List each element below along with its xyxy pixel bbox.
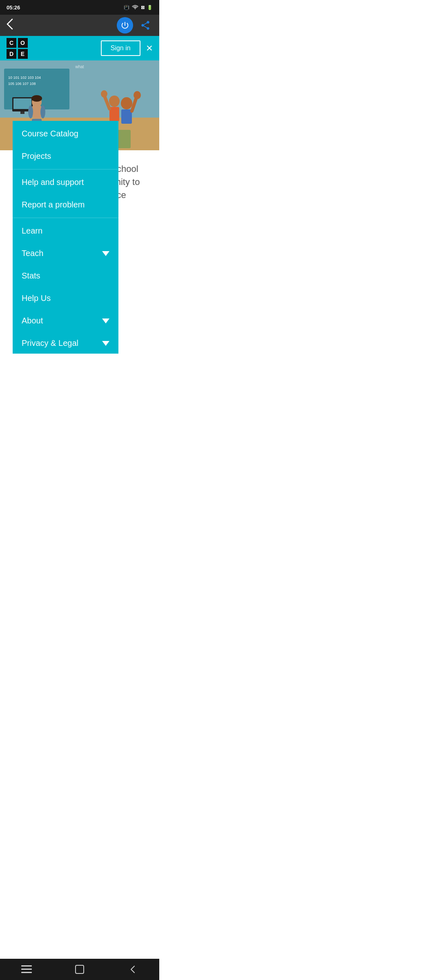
svg-point-13	[28, 105, 33, 118]
svg-point-23	[134, 91, 141, 99]
close-menu-button[interactable]: ×	[146, 42, 153, 54]
wifi-icon	[132, 4, 138, 11]
svg-point-16	[109, 96, 120, 107]
x-battery-icon: ⊠	[141, 5, 145, 10]
battery-icon: 🔋	[147, 5, 153, 10]
svg-rect-6	[13, 98, 31, 109]
back-button[interactable]	[6, 18, 14, 33]
main-container: 10 101 102 103 104 105 106 107 108	[0, 60, 159, 304]
sign-in-button[interactable]: Sign in	[101, 40, 140, 56]
time-display: 05:26	[7, 4, 20, 11]
logo-e: E	[18, 49, 28, 59]
logo-c: C	[7, 38, 16, 48]
menu-section-3: Learn Teach Stats Help Us About Privac	[13, 218, 118, 354]
svg-point-20	[121, 97, 132, 109]
svg-point-14	[40, 105, 45, 118]
svg-point-19	[101, 90, 107, 98]
menu-item-help-support[interactable]: Help and support	[13, 171, 118, 194]
menu-item-privacy-legal[interactable]: Privacy & Legal	[13, 332, 118, 354]
menu-item-course-catalog[interactable]: Course Catalog	[13, 122, 118, 145]
status-icons: 📳 ⊠ 🔋	[124, 4, 153, 11]
top-nav	[0, 15, 159, 36]
logo-o: O	[18, 38, 28, 48]
svg-point-15	[31, 95, 42, 102]
logo-d: D	[7, 49, 16, 59]
svg-text:10 101 102 103 104: 10 101 102 103 104	[8, 76, 41, 80]
nav-action-icons	[117, 17, 154, 33]
svg-rect-21	[121, 109, 132, 124]
app-header: C O D E Sign in ×	[0, 36, 159, 60]
page-wrapper: 05:26 📳 ⊠ 🔋	[0, 0, 159, 304]
menu-item-report-problem[interactable]: Report a problem	[13, 194, 118, 216]
vibrate-icon: 📳	[124, 5, 129, 10]
navigation-menu: Course Catalog Projects Help and support…	[13, 121, 118, 354]
menu-item-about[interactable]: About	[13, 310, 118, 332]
menu-item-stats[interactable]: Stats	[13, 265, 118, 287]
menu-section-2: Help and support Report a problem	[13, 169, 118, 218]
menu-section-1: Course Catalog Projects	[13, 121, 118, 169]
menu-item-teach[interactable]: Teach	[13, 242, 118, 265]
menu-item-help-us[interactable]: Help Us	[13, 287, 118, 310]
about-chevron-icon	[102, 318, 109, 323]
menu-item-learn[interactable]: Learn	[13, 220, 118, 242]
status-bar: 05:26 📳 ⊠ 🔋	[0, 0, 159, 15]
hero-hint: what	[75, 65, 84, 69]
menu-item-projects[interactable]: Projects	[13, 145, 118, 167]
privacy-chevron-icon	[102, 341, 109, 346]
teach-chevron-icon	[102, 251, 109, 256]
power-button[interactable]	[117, 17, 133, 33]
svg-rect-7	[20, 111, 24, 114]
code-logo[interactable]: C O D E	[7, 38, 28, 59]
share-button[interactable]	[137, 17, 154, 33]
svg-text:105 106 107 108: 105 106 107 108	[8, 82, 36, 86]
header-right: Sign in ×	[101, 40, 153, 56]
